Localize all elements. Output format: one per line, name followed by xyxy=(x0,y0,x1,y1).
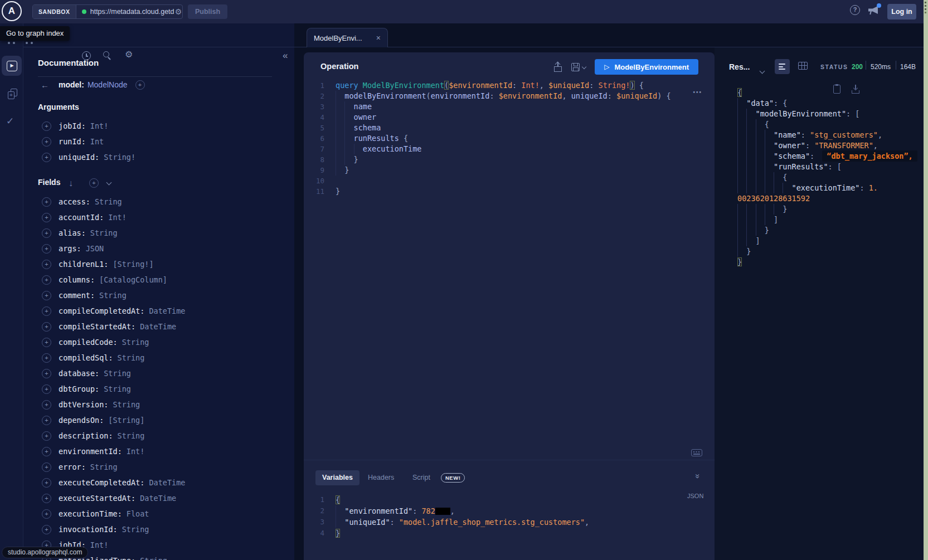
field-type[interactable]: DateTime xyxy=(140,494,176,503)
response-chevron-icon[interactable] xyxy=(760,65,764,75)
doc-field-row[interactable]: +comment:String xyxy=(23,288,294,303)
doc-field-row[interactable]: +childrenL1:[String!] xyxy=(23,256,294,272)
add-all-fields-button[interactable]: + xyxy=(89,178,99,188)
add-to-query-button[interactable]: + xyxy=(42,197,51,207)
add-to-query-button[interactable]: + xyxy=(42,369,51,378)
field-type[interactable]: DateTime xyxy=(140,322,176,331)
sort-fields-icon[interactable]: ↓ xyxy=(69,178,73,188)
add-to-query-button[interactable]: + xyxy=(42,306,51,316)
add-to-query-button[interactable]: + xyxy=(42,213,51,222)
field-type[interactable]: JSON xyxy=(86,244,104,253)
field-type[interactable]: String xyxy=(104,384,131,393)
field-type[interactable]: String xyxy=(118,353,145,362)
add-to-query-button[interactable]: + xyxy=(42,509,51,519)
doc-argument-row[interactable]: +uniqueId:String! xyxy=(23,149,294,165)
announcements-megaphone-icon[interactable] xyxy=(868,6,880,14)
add-to-query-button[interactable]: + xyxy=(42,260,51,269)
tab-headers[interactable]: Headers xyxy=(368,470,394,485)
field-type[interactable]: Float xyxy=(127,509,149,518)
field-type[interactable]: [String] xyxy=(108,416,144,425)
connection-settings-gear-icon[interactable]: ⚙ xyxy=(175,7,182,16)
field-type[interactable]: String xyxy=(90,228,118,237)
back-arrow-icon[interactable]: ← xyxy=(41,80,59,90)
argument-type[interactable]: Int! xyxy=(90,121,109,130)
table-view-toggle[interactable] xyxy=(798,62,808,70)
argument-type[interactable]: Int xyxy=(90,137,104,146)
tab-modelbyenvironment[interactable]: ModelByEnvi... × xyxy=(307,28,388,47)
doc-field-row[interactable]: +executionTime:Float xyxy=(23,506,294,522)
apollo-logo-icon[interactable]: A xyxy=(2,1,22,21)
add-to-query-button[interactable]: + xyxy=(42,462,51,472)
add-to-query-button[interactable]: + xyxy=(42,400,51,410)
variables-editor[interactable]: 1{2 "environmentId": 782,3 "uniqueId": "… xyxy=(304,494,715,539)
tab-variables[interactable]: Variables xyxy=(315,470,359,485)
doc-field-row[interactable]: +dbtVersion:String xyxy=(23,397,294,412)
doc-field-row[interactable]: +compiledSql:String xyxy=(23,350,294,366)
collapse-panel-icon[interactable]: « xyxy=(283,50,288,61)
field-type[interactable]: String xyxy=(140,556,167,560)
field-type[interactable]: [String!] xyxy=(113,260,153,269)
field-type[interactable]: String xyxy=(90,462,118,471)
doc-field-row[interactable]: +args:JSON xyxy=(23,241,294,256)
doc-field-row[interactable]: +executeCompletedAt:DateTime xyxy=(23,475,294,490)
field-type-link[interactable]: ModelNode xyxy=(88,80,128,89)
login-button[interactable]: Log in xyxy=(887,4,916,20)
argument-type[interactable]: String! xyxy=(104,153,135,162)
doc-field-row[interactable]: +compiledCode:String xyxy=(23,334,294,350)
doc-argument-row[interactable]: +jobId:Int! xyxy=(23,118,294,134)
add-to-query-button[interactable]: + xyxy=(42,416,51,425)
doc-field-row[interactable]: +description:String xyxy=(23,428,294,444)
doc-field-row[interactable]: +database:String xyxy=(23,366,294,381)
field-type[interactable]: Int! xyxy=(90,540,109,549)
publish-button[interactable]: Publish xyxy=(188,4,227,19)
field-type[interactable]: String xyxy=(104,369,131,378)
field-type[interactable]: String xyxy=(113,400,140,409)
search-icon[interactable] xyxy=(103,51,109,57)
formatted-view-toggle[interactable] xyxy=(775,59,790,74)
doc-field-row[interactable]: +columns:[CatalogColumn] xyxy=(23,272,294,288)
add-to-query-button[interactable]: + xyxy=(42,525,51,534)
doc-field-row[interactable]: +executeStartedAt:DateTime xyxy=(23,490,294,506)
tab-close-icon[interactable]: × xyxy=(376,33,381,42)
field-type[interactable]: String xyxy=(122,525,149,534)
doc-field-row[interactable]: +compileCompletedAt:DateTime xyxy=(23,303,294,319)
sidebar-item-operation-collections[interactable]: + xyxy=(6,88,19,101)
help-icon[interactable]: ? xyxy=(850,5,860,15)
tab-script[interactable]: Script xyxy=(412,470,430,485)
doc-field-row[interactable]: +compileStartedAt:DateTime xyxy=(23,319,294,334)
add-to-query-button[interactable]: + xyxy=(42,291,51,300)
add-to-query-button[interactable]: + xyxy=(42,494,51,503)
field-type[interactable]: [CatalogColumn] xyxy=(99,275,167,284)
add-to-query-button[interactable]: + xyxy=(42,137,51,147)
save-operation-button[interactable] xyxy=(571,63,586,71)
add-to-query-button[interactable]: + xyxy=(42,338,51,347)
add-to-query-button[interactable]: + xyxy=(42,384,51,394)
collapse-variables-icon[interactable]: « xyxy=(692,474,701,478)
doc-field-row[interactable]: +dbtGroup:String xyxy=(23,381,294,397)
add-to-query-button[interactable]: + xyxy=(42,431,51,441)
field-type[interactable]: Int! xyxy=(108,213,127,222)
field-type[interactable]: DateTime xyxy=(149,306,185,315)
add-to-query-button[interactable]: + xyxy=(42,228,51,238)
add-to-query-button[interactable]: + xyxy=(42,322,51,332)
sidebar-item-checks[interactable]: ✓ xyxy=(6,115,14,127)
settings-gear-icon[interactable]: ⚙ xyxy=(125,50,133,59)
doc-field-row[interactable]: +alias:String xyxy=(23,225,294,241)
add-to-query-button[interactable]: + xyxy=(42,153,51,162)
doc-field-row[interactable]: +access:String xyxy=(23,194,294,210)
run-operation-button[interactable]: ▷ ModelByEnvironment xyxy=(595,59,698,75)
response-dropdown[interactable]: Res... xyxy=(729,62,750,71)
endpoint-url-bar[interactable]: SANDBOX https://metadata.cloud.getd ⚙ xyxy=(32,4,183,19)
doc-field-row[interactable]: +invocationId:String xyxy=(23,522,294,537)
endpoint-url-input[interactable]: https://metadata.cloud.getd xyxy=(90,8,174,16)
field-type[interactable]: Int! xyxy=(127,447,145,456)
field-type[interactable]: String xyxy=(95,197,122,206)
add-field-button[interactable]: + xyxy=(135,80,145,90)
add-to-query-button[interactable]: + xyxy=(42,447,51,456)
fields-options-chevron-icon[interactable] xyxy=(107,181,111,184)
field-type[interactable]: String xyxy=(118,431,145,440)
sidebar-item-explorer[interactable]: ▶ xyxy=(2,56,22,76)
operation-editor[interactable]: 1query ModelByEnvironment($environmentId… xyxy=(304,80,715,197)
keyboard-shortcuts-icon[interactable] xyxy=(691,449,702,456)
doc-field-row[interactable]: +environmentId:Int! xyxy=(23,444,294,459)
